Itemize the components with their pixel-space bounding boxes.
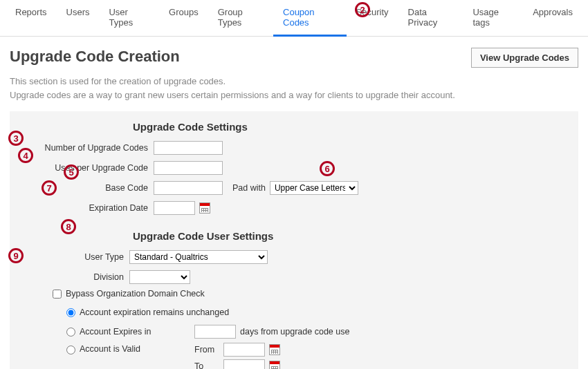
label-days-suffix: days from upgrade code use	[240, 327, 349, 337]
annotation-8: 8	[61, 219, 76, 234]
label-base-code: Base Code	[29, 183, 154, 193]
tab-users[interactable]: Users	[57, 0, 100, 36]
tab-coupon-codes[interactable]: Coupon Codes	[273, 0, 347, 37]
view-upgrade-codes-button[interactable]: View Upgrade Codes	[471, 48, 578, 68]
label-to: To	[194, 361, 219, 369]
label-pad-with: Pad with	[232, 183, 266, 193]
input-base-code[interactable]	[154, 181, 223, 195]
tab-usage-tags[interactable]: Usage tags	[463, 0, 523, 36]
label-num-codes: Number of Upgrade Codes	[29, 143, 154, 153]
calendar-icon[interactable]	[199, 202, 210, 214]
row-bypass: Bypass Organization Domain Check	[53, 289, 559, 299]
description: This section is used for the creation of…	[10, 75, 578, 102]
row-user-type: User Type Standard - Qualtrics	[29, 249, 559, 265]
tab-groups[interactable]: Groups	[159, 0, 208, 36]
radio-expires-in[interactable]	[66, 328, 75, 337]
row-uses: Uses per Upgrade Code	[29, 160, 559, 176]
label-user-type: User Type	[29, 252, 129, 262]
input-to-date[interactable]	[223, 359, 265, 369]
input-from-date[interactable]	[223, 343, 265, 357]
select-user-type[interactable]: Standard - Qualtrics	[129, 250, 268, 264]
row-radio-valid: Account is Valid From To	[66, 343, 559, 369]
radio-unchanged[interactable]	[66, 308, 75, 317]
row-division: Division	[29, 269, 559, 285]
from-to-block: From To	[194, 343, 280, 369]
desc-line2: Upgrade codes are a way to grant new use…	[10, 88, 578, 102]
calendar-icon[interactable]	[269, 361, 280, 369]
label-division: Division	[29, 272, 129, 282]
input-expiration[interactable]	[154, 201, 195, 215]
label-from: From	[194, 345, 219, 354]
tab-group-types[interactable]: Group Types	[208, 0, 273, 36]
select-division[interactable]	[129, 270, 190, 284]
input-expires-in-days[interactable]	[194, 325, 236, 339]
tab-data-privacy[interactable]: Data Privacy	[398, 0, 463, 36]
section-title-settings: Upgrade Code Settings	[133, 121, 559, 133]
row-radio-unchanged: Account expiration remains unchanged	[66, 304, 559, 321]
row-radio-expires-in: Account Expires in days from upgrade cod…	[66, 323, 559, 340]
input-num-codes[interactable]	[154, 141, 223, 155]
radio-valid[interactable]	[66, 346, 75, 354]
desc-line1: This section is used for the creation of…	[10, 75, 578, 88]
calendar-icon[interactable]	[269, 344, 280, 355]
select-pad-with[interactable]: Upper Case Letters	[270, 181, 358, 195]
page-title: Upgrade Code Creation	[10, 48, 180, 66]
label-expiration: Expiration Date	[29, 203, 154, 213]
label-radio-expires-in: Account Expires in	[80, 327, 190, 337]
row-expiration: Expiration Date	[29, 200, 559, 216]
content-area: Upgrade Code Creation View Upgrade Codes…	[0, 37, 588, 369]
settings-panel: Upgrade Code Settings Number of Upgrade …	[10, 111, 578, 369]
page-root: Reports Users User Types Groups Group Ty…	[0, 0, 588, 369]
label-uses: Uses per Upgrade Code	[29, 163, 154, 173]
label-radio-unchanged: Account expiration remains unchanged	[80, 308, 229, 317]
tab-reports[interactable]: Reports	[6, 0, 57, 36]
tab-approvals[interactable]: Approvals	[523, 0, 582, 36]
section-title-user-settings: Upgrade Code User Settings	[133, 230, 559, 242]
tab-user-types[interactable]: User Types	[99, 0, 159, 36]
checkbox-bypass[interactable]	[53, 290, 62, 299]
tab-security[interactable]: Security	[347, 0, 398, 36]
row-base-code: Base Code Pad with Upper Case Letters	[29, 180, 559, 196]
header-row: Upgrade Code Creation View Upgrade Codes	[10, 48, 578, 68]
annotation-9: 9	[8, 248, 24, 263]
row-num-codes: Number of Upgrade Codes	[29, 140, 559, 156]
input-uses[interactable]	[154, 161, 223, 175]
label-bypass: Bypass Organization Domain Check	[66, 289, 205, 299]
tab-bar: Reports Users User Types Groups Group Ty…	[0, 0, 588, 37]
annotation-3: 3	[8, 131, 24, 146]
label-radio-valid: Account is Valid	[80, 344, 190, 354]
